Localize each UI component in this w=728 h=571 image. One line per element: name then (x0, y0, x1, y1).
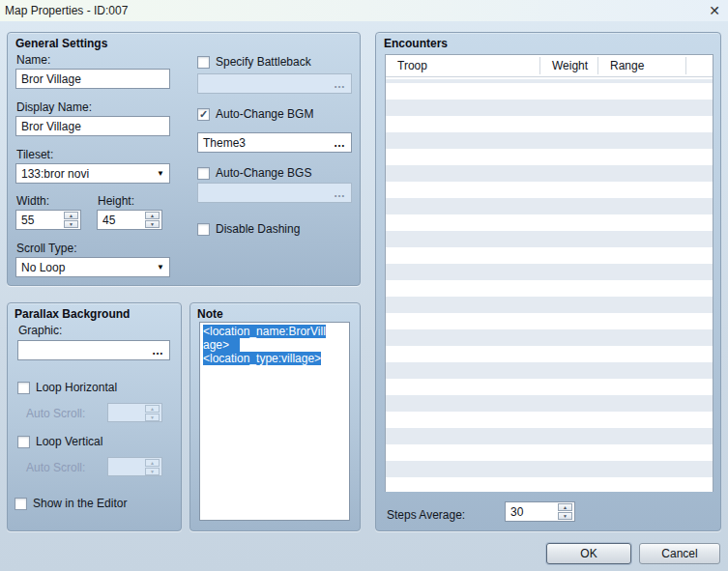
width-stepper[interactable]: 55 ▲ ▼ (15, 210, 81, 230)
note-textarea[interactable]: <location_name:BrorVill age> <location_t… (199, 322, 350, 521)
ok-button[interactable]: OK (546, 543, 631, 564)
scroll-type-select[interactable]: No Loop ▼ (15, 257, 170, 277)
disable-dashing-checkbox[interactable]: Disable Dashing (197, 222, 300, 236)
show-in-editor-label: Show in the Editor (33, 497, 127, 510)
auto-scroll-v-up-button: ▲ (145, 459, 160, 467)
battleback-browse-button: … (334, 79, 346, 89)
name-value: Bror Village (21, 72, 81, 86)
encounters-table[interactable]: Troop Weight Range (385, 54, 713, 492)
parallax-background-panel: Parallax Background Graphic: … Loop Hori… (7, 302, 182, 531)
column-header-range: Range (598, 57, 686, 74)
height-stepper[interactable]: 45 ▲ ▼ (97, 210, 162, 230)
general-settings-heading: General Settings (15, 37, 107, 50)
graphic-label: Graphic: (18, 324, 62, 337)
name-input[interactable]: Bror Village (15, 69, 170, 89)
checkbox-icon (197, 167, 210, 180)
auto-scroll-h-label: Auto Scroll: (26, 407, 85, 420)
auto-scroll-v-stepper: ▲ ▼ (107, 457, 162, 476)
height-spin-up-button[interactable]: ▲ (145, 212, 160, 219)
auto-scroll-v-down-button: ▼ (145, 468, 160, 475)
encounters-table-header: Troop Weight Range (386, 55, 713, 77)
battleback-input: … (197, 73, 352, 94)
scroll-type-label: Scroll Type: (16, 242, 76, 255)
auto-change-bgm-label: Auto-Change BGM (216, 107, 313, 121)
width-value: 55 (21, 214, 34, 227)
checkbox-icon (17, 382, 30, 394)
note-line: <location_type:village> (203, 352, 346, 365)
specify-battleback-label: Specify Battleback (216, 55, 311, 69)
encounters-table-body[interactable] (386, 77, 713, 492)
note-line: age> (203, 338, 346, 352)
tileset-value: 133:bror novi (21, 167, 89, 181)
close-icon[interactable]: ✕ (709, 4, 720, 17)
graphic-browse-button[interactable]: … (152, 346, 164, 356)
auto-change-bgs-label: Auto-Change BGS (216, 166, 311, 180)
loop-horizontal-label: Loop Horizontal (36, 381, 117, 394)
column-header-weight: Weight (540, 57, 598, 74)
steps-average-label: Steps Average: (387, 508, 465, 522)
auto-change-bgs-checkbox[interactable]: Auto-Change BGS (197, 166, 311, 180)
loop-vertical-label: Loop Vertical (36, 435, 102, 448)
bgm-value: Theme3 (203, 136, 246, 150)
parallax-heading: Parallax Background (15, 307, 130, 321)
checkbox-icon (17, 436, 30, 448)
show-in-editor-checkbox[interactable]: Show in the Editor (15, 497, 127, 510)
checkbox-icon (15, 498, 27, 510)
encounters-panel: Encounters Troop Weight Range Steps Aver… (375, 32, 721, 531)
column-header-empty (686, 57, 713, 74)
loop-horizontal-checkbox[interactable]: Loop Horizontal (17, 381, 117, 394)
title-bar: Map Properties - ID:007 ✕ (0, 0, 728, 21)
height-value: 45 (102, 214, 115, 227)
height-label: Height: (98, 194, 134, 208)
tileset-label: Tileset: (16, 148, 53, 161)
bgm-input[interactable]: Theme3 … (197, 132, 352, 153)
checkbox-icon (197, 223, 210, 236)
display-name-label: Display Name: (16, 100, 92, 114)
steps-average-up-button[interactable]: ▲ (558, 503, 572, 511)
auto-change-bgm-checkbox[interactable]: Auto-Change BGM (197, 107, 313, 121)
note-line: <location_name:BrorVill (203, 325, 346, 338)
width-label: Width: (16, 194, 49, 208)
height-spin-down-button[interactable]: ▼ (145, 220, 160, 228)
name-label: Name: (16, 53, 50, 67)
bgm-browse-button[interactable]: … (334, 138, 346, 148)
width-spin-up-button[interactable]: ▲ (64, 212, 78, 219)
auto-scroll-v-label: Auto Scroll: (26, 461, 85, 474)
general-settings-panel: General Settings Name: Bror Village Disp… (7, 32, 361, 286)
scroll-type-value: No Loop (21, 261, 65, 274)
chevron-down-icon: ▼ (157, 263, 164, 271)
disable-dashing-label: Disable Dashing (216, 222, 300, 236)
checkbox-icon (197, 56, 210, 69)
note-panel: Note <location_name:BrorVill age> <locat… (189, 302, 361, 531)
width-spin-down-button[interactable]: ▼ (64, 220, 78, 228)
auto-scroll-h-down-button: ▼ (145, 414, 160, 421)
note-heading: Note (197, 307, 223, 321)
display-name-value: Bror Village (21, 120, 81, 133)
auto-scroll-h-stepper: ▲ ▼ (107, 403, 162, 422)
cancel-button[interactable]: Cancel (639, 543, 720, 564)
column-header-troop: Troop (386, 57, 540, 74)
specify-battleback-checkbox[interactable]: Specify Battleback (197, 55, 311, 69)
steps-average-value: 30 (510, 505, 523, 519)
window-title: Map Properties - ID:007 (5, 4, 128, 17)
auto-scroll-h-up-button: ▲ (145, 405, 160, 413)
bgs-input: … (197, 183, 352, 203)
steps-average-stepper[interactable]: 30 ▲ ▼ (505, 501, 575, 522)
chevron-down-icon: ▼ (157, 169, 164, 178)
checkbox-checked-icon (197, 108, 210, 121)
loop-vertical-checkbox[interactable]: Loop Vertical (17, 435, 102, 448)
bgs-browse-button: … (334, 188, 346, 198)
encounters-heading: Encounters (384, 37, 448, 50)
graphic-input[interactable]: … (17, 340, 170, 360)
tileset-select[interactable]: 133:bror novi ▼ (15, 163, 170, 184)
display-name-input[interactable]: Bror Village (15, 116, 170, 136)
steps-average-down-button[interactable]: ▼ (558, 512, 572, 520)
